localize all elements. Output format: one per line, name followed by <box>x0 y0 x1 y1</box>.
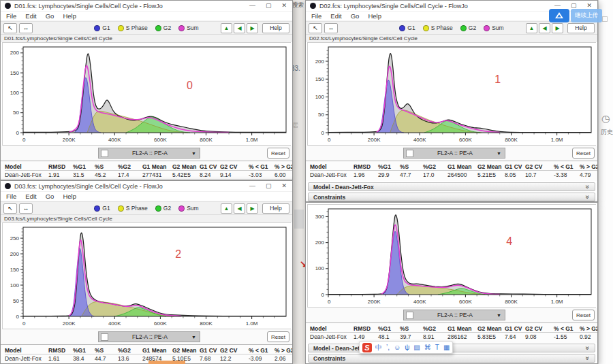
titlebar[interactable]: D01.fcs: Lymphocytes/Single Cells/Cell C… <box>1 1 292 12</box>
range-tool-button[interactable]: ↔ <box>324 23 338 33</box>
stats-header-cell: G1 CV <box>505 163 525 170</box>
stats-value-cell: 47.7 <box>400 171 423 178</box>
legend-g1[interactable]: G1 <box>94 205 110 212</box>
stats-value-cell: 7.68 <box>200 355 220 362</box>
expand-chevron-icon[interactable]: » <box>584 185 592 189</box>
cell-cycle-histogram[interactable]: 0200K400K600K800K1.0M050100150200250 <box>3 223 292 329</box>
help-button[interactable]: Help <box>262 23 289 33</box>
minimize-button[interactable]: — <box>554 3 561 9</box>
legend-s-phase[interactable]: S Phase <box>423 24 453 31</box>
minimize-button[interactable]: — <box>249 3 255 9</box>
menu-go[interactable]: Go <box>46 193 54 200</box>
ime-toolbar[interactable]: S 中’,☺ψ▤⌘T▦ <box>359 341 453 354</box>
legend-sum[interactable]: Sum <box>178 205 198 212</box>
range-tool-button[interactable]: ↔ <box>19 23 33 33</box>
maximize-button[interactable]: ▢ <box>266 183 272 189</box>
legend-g2[interactable]: G2 <box>155 205 171 212</box>
nav-prev-button[interactable]: ◀ <box>234 23 245 33</box>
chinese-mode-icon[interactable]: 中 <box>375 341 382 354</box>
range-tool-button[interactable]: ↔ <box>19 203 33 214</box>
x-parameter-dropdown[interactable]: FL2-A :: PE-A ▼ <box>98 148 200 159</box>
close-button[interactable]: ✕ <box>281 3 287 9</box>
expand-chevron-icon[interactable]: » <box>584 195 592 199</box>
expand-chevron-icon[interactable]: » <box>584 346 592 350</box>
menu-edit[interactable]: Edit <box>25 12 36 20</box>
model-section-bar[interactable]: Model - Dean-Jett-Fox » <box>308 182 595 191</box>
toolbox-icon[interactable]: ▦ <box>443 341 450 354</box>
emoji-icon[interactable]: ☺ <box>394 341 400 354</box>
svg-text:100: 100 <box>315 94 325 100</box>
legend-dot-icon <box>118 205 124 212</box>
constraints-section-bar[interactable]: Constraints » <box>308 193 595 201</box>
nav-up-button[interactable]: ▲ <box>221 203 232 214</box>
punctuation-icon[interactable]: ’, <box>386 341 390 354</box>
menu-help[interactable]: Help <box>368 12 381 20</box>
minimize-button[interactable]: — <box>249 183 255 189</box>
cell-cycle-histogram[interactable]: 0200K400K600K800K1.0M050100150200 <box>3 43 292 145</box>
close-button[interactable]: ✕ <box>586 3 592 9</box>
svg-text:400K: 400K <box>108 320 121 327</box>
legend-s-phase[interactable]: S Phase <box>118 205 148 212</box>
menu-go[interactable]: Go <box>351 12 360 20</box>
cell-cycle-histogram[interactable]: 0200K400K600K800K1.0M0100200300 <box>308 205 597 307</box>
nav-up-button[interactable]: ▲ <box>221 23 232 33</box>
cursor-tool-button[interactable]: ↖ <box>3 203 17 214</box>
legend-g1[interactable]: G1 <box>94 24 110 31</box>
handwriting-icon[interactable]: ⌘ <box>424 341 431 354</box>
svg-text:0: 0 <box>22 320 26 327</box>
nav-next-button[interactable]: ▶ <box>552 23 563 33</box>
svg-text:400K: 400K <box>413 137 426 143</box>
x-parameter-dropdown[interactable]: FL2-A :: PE-A ▼ <box>98 331 200 342</box>
help-button[interactable]: Help <box>262 203 289 214</box>
legend-g1[interactable]: G1 <box>399 24 415 31</box>
legend-g2[interactable]: G2 <box>460 24 476 31</box>
clock-icon: ◷ <box>601 113 610 124</box>
cursor-tool-button[interactable]: ↖ <box>3 23 17 33</box>
reset-button[interactable]: Reset <box>267 331 289 342</box>
stats-header-cell: G1 Mean <box>447 163 477 170</box>
nav-next-button[interactable]: ▶ <box>247 23 258 33</box>
stats-value-cell: 6.00 <box>274 171 292 178</box>
nav-up-button[interactable]: ▲ <box>526 23 537 33</box>
maximize-button[interactable]: ▢ <box>571 3 577 9</box>
toolbar: ↖ ↔ G1S PhaseG2Sum ▲ ◀ ▶ Help <box>1 201 292 215</box>
menu-go[interactable]: Go <box>46 12 54 20</box>
keyboard-icon[interactable]: ▤ <box>413 341 420 354</box>
skin-icon[interactable]: T <box>435 341 439 354</box>
cell-cycle-histogram[interactable]: 0200K400K600K800K1.0M050100150200 <box>308 43 597 145</box>
constraints-section-bar[interactable]: Constraints » <box>308 354 595 363</box>
legend-g2[interactable]: G2 <box>155 24 171 31</box>
nav-next-button[interactable]: ▶ <box>247 203 258 214</box>
menu-help[interactable]: Help <box>63 12 76 20</box>
legend-sum[interactable]: Sum <box>178 24 198 31</box>
menu-file[interactable]: File <box>6 193 16 200</box>
x-parameter-dropdown[interactable]: FL2-A :: PE-A ▼ <box>403 148 505 159</box>
menu-help[interactable]: Help <box>63 193 76 200</box>
upload-badge-logo-icon <box>549 9 569 22</box>
stats-value-cell: Dean-Jett-Fox <box>5 355 48 362</box>
legend-s-phase[interactable]: S Phase <box>118 24 148 31</box>
expand-chevron-icon[interactable]: » <box>584 357 592 361</box>
nav-buttons: ▲ ◀ ▶ <box>221 203 258 214</box>
menu-edit[interactable]: Edit <box>25 193 36 200</box>
titlebar[interactable]: D03.fcs: Lymphocytes/Single Cells/Cell C… <box>1 181 292 192</box>
reset-button[interactable]: Reset <box>572 148 595 159</box>
svg-text:50: 50 <box>13 298 19 304</box>
sogou-logo-icon[interactable]: S <box>362 343 372 352</box>
x-parameter-dropdown[interactable]: FL2-A :: PE-A ▼ <box>403 310 505 320</box>
help-button[interactable]: Help <box>567 23 595 33</box>
legend-sum[interactable]: Sum <box>484 24 503 31</box>
cursor-tool-button[interactable]: ↖ <box>309 23 322 33</box>
upload-badge[interactable]: 继续上传 <box>549 9 602 22</box>
maximize-button[interactable]: ▢ <box>266 3 272 9</box>
reset-button[interactable]: Reset <box>572 310 595 320</box>
menu-file[interactable]: File <box>6 12 16 20</box>
nav-prev-button[interactable]: ◀ <box>539 23 550 33</box>
voice-icon[interactable]: ψ <box>405 341 409 354</box>
nav-prev-button[interactable]: ◀ <box>234 203 245 214</box>
reset-button[interactable]: Reset <box>267 148 289 159</box>
close-button[interactable]: ✕ <box>281 183 287 189</box>
window-controls: — ▢ ✕ <box>249 183 287 189</box>
menu-file[interactable]: File <box>311 12 321 20</box>
menu-edit[interactable]: Edit <box>330 12 341 20</box>
